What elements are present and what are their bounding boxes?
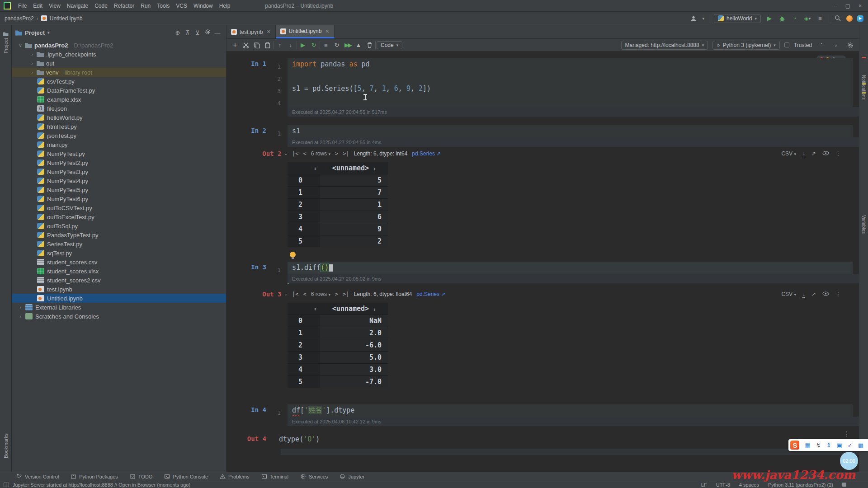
user-dropdown-icon[interactable]: ▾ (702, 16, 704, 21)
tree-item-test-ipynb[interactable]: test.ipynb (12, 285, 226, 294)
coverage-button[interactable]: ◈▾ (803, 14, 811, 23)
tree-item-htmltest-py[interactable]: htmlTest.py (12, 122, 226, 131)
kebab-menu-icon[interactable]: ⋮ (835, 150, 841, 157)
tree-item-seriestest-py[interactable]: SeriesTest.py (12, 239, 226, 249)
tab-test-ipynb[interactable]: test.ipynb✕ (226, 25, 276, 38)
collapse-output-icon[interactable]: ⌄ (284, 151, 288, 156)
menu-vcs[interactable]: VCS (173, 1, 190, 10)
last-page-icon[interactable]: >| (343, 150, 349, 157)
tree-item-venv[interactable]: ›venvlibrary root (12, 68, 226, 77)
tree-item-numpytest2-py[interactable]: NumPyTest2.py (12, 158, 226, 167)
prev-page-icon[interactable]: < (303, 150, 306, 157)
open-in-new-icon[interactable]: ↗ (811, 150, 816, 157)
project-panel-title[interactable]: Project ▾ (15, 29, 50, 36)
tree-item-student-scores2-csv[interactable]: student_scores2.csv (12, 276, 226, 285)
tree-item-numpytest4-py[interactable]: NumPyTest4.py (12, 176, 226, 185)
notebook-settings-icon[interactable] (845, 41, 855, 49)
kebab-menu-icon[interactable]: ⋮ (835, 291, 841, 297)
open-in-new-icon[interactable]: ↗ (811, 291, 816, 297)
tree-chevron-icon[interactable]: › (30, 70, 34, 75)
view-options-icon[interactable] (822, 291, 829, 297)
menu-run[interactable]: Run (137, 1, 154, 10)
menu-view[interactable]: View (46, 1, 64, 10)
cell-type-dropdown[interactable]: Code ▾ (377, 41, 402, 49)
capture-tool-icon[interactable]: ✓ (848, 442, 853, 449)
panel-settings-icon[interactable] (203, 29, 212, 36)
run-and-restart-icon[interactable]: ↻ (309, 41, 319, 49)
profile-button[interactable]: ◔ (791, 14, 799, 23)
menu-navigate[interactable]: Navigate (64, 1, 91, 10)
capture-tool-icon[interactable]: ▦ (805, 442, 810, 449)
pd-series-link[interactable]: pd.Series ↗ (412, 150, 441, 157)
project-tool-tab[interactable]: Project (0, 32, 11, 53)
view-options-icon[interactable] (822, 150, 829, 157)
menu-code[interactable]: Code (91, 1, 111, 10)
next-page-icon[interactable]: > (335, 150, 338, 157)
tree-item-main-py[interactable]: main.py (12, 140, 226, 149)
table-header[interactable]: ↕ <unnamed> ↕ (288, 303, 388, 314)
run-cell-icon[interactable]: ▶ (298, 41, 308, 49)
status-message[interactable]: Jupyter Server started at http://localho… (13, 482, 190, 488)
next-cell-placeholder[interactable] (281, 449, 859, 455)
move-cell-up-icon[interactable]: ↑ (275, 41, 285, 49)
variables-tool-tab[interactable]: Variables (859, 215, 868, 234)
collapse-output-icon[interactable]: ⌄ (284, 292, 288, 296)
tree-item-scratches-and-consoles[interactable]: ›Scratches and Consoles (12, 312, 226, 321)
tool-window-services[interactable]: Services (300, 474, 328, 479)
code-editor[interactable]: s1.diff() (288, 262, 853, 274)
encoding-indicator[interactable]: UTF-8 (716, 482, 730, 488)
run-all-cells-icon[interactable]: ▶▶ (343, 41, 353, 49)
kernel-selector[interactable]: ○ Python 3 (ipykernel) ▾ (712, 41, 780, 50)
tree-chevron-icon[interactable]: › (18, 314, 23, 319)
tool-window-problems[interactable]: Problems (220, 474, 249, 479)
tree-item-outtosql-py[interactable]: outToSql.py (12, 221, 226, 230)
menu-tools[interactable]: Tools (154, 1, 173, 10)
rows-per-page[interactable]: 6 rows ▾ (311, 291, 330, 297)
sort-icon[interactable]: ↕ (288, 166, 320, 171)
tree-item-numpytest-py[interactable]: NumPyTest.py (12, 149, 226, 158)
add-cell-icon[interactable]: + (230, 41, 240, 49)
snipaste-logo-icon[interactable]: S (790, 441, 799, 450)
menu-file[interactable]: File (15, 1, 30, 10)
tree-item-untitled-ipynb[interactable]: Untitled.ipynb (12, 294, 226, 303)
maximize-button[interactable]: ▢ (845, 3, 850, 9)
download-icon[interactable]: ↓ (802, 150, 805, 157)
close-button[interactable]: × (859, 3, 862, 9)
tree-chevron-icon[interactable]: › (30, 52, 34, 57)
export-csv-dropdown[interactable]: CSV ▾ (781, 291, 796, 297)
intention-bulb-icon[interactable] (290, 252, 296, 258)
tree-item-sqtest-py[interactable]: sqTest.py (12, 249, 226, 258)
move-cell-down-icon[interactable]: ↓ (286, 41, 296, 49)
capture-tool-icon[interactable]: ▣ (837, 442, 842, 449)
out3-table[interactable]: ↕ <unnamed> ↕ 0NaN12.02-6.035.043.05-7.0 (288, 303, 388, 388)
delete-cell-icon[interactable] (364, 41, 374, 49)
paste-cell-icon[interactable] (263, 41, 273, 49)
tree-item-numpytest3-py[interactable]: NumPyTest3.py (12, 167, 226, 176)
table-header[interactable]: ↕ <unnamed> ↕ (288, 162, 388, 174)
trusted-checkbox[interactable] (784, 42, 789, 47)
breadcrumb-project[interactable]: pandasPro2 (5, 15, 34, 22)
tree-chevron-icon[interactable]: › (30, 61, 34, 66)
tree-item-outtoexceltest-py[interactable]: outToExcelTest.py (12, 212, 226, 221)
tree-item-outtocsvtest-py[interactable]: outToCSVTest.py (12, 203, 226, 212)
pd-series-link[interactable]: pd.Series ↗ (416, 291, 445, 297)
tree-item-student-scores-xlsx[interactable]: student_scores.xlsx (12, 267, 226, 276)
line-separator-indicator[interactable]: LF (701, 482, 707, 488)
tool-window-todo[interactable]: TODO (130, 474, 153, 479)
search-everywhere-icon[interactable] (834, 14, 842, 23)
next-cell-icon[interactable]: ⌄ (831, 41, 841, 49)
bookmarks-tool-tab[interactable]: Bookmarks (0, 433, 11, 458)
first-page-icon[interactable]: |< (292, 291, 298, 297)
capture-tool-icon[interactable]: ▩ (858, 442, 863, 449)
debug-button[interactable] (778, 14, 786, 23)
clear-outputs-icon[interactable]: ▲ (354, 41, 363, 49)
stop-button[interactable]: ■ (816, 14, 824, 23)
code-editor[interactable]: import pandas as pd s1 = pd.Series([5, 7… (288, 58, 853, 107)
tree-item-csvtest-py[interactable]: csvTest.py (12, 77, 226, 86)
tree-item-numpytest6-py[interactable]: NumPyTest6.py (12, 194, 226, 203)
plugin-icon[interactable]: ▶ (857, 15, 863, 22)
capture-tool-icon[interactable]: ↯ (816, 442, 821, 449)
tree-item-pandaspro2[interactable]: ∨pandasPro2D:\pandasPro2 (12, 41, 226, 50)
tree-item-numpytest5-py[interactable]: NumPyTest5.py (12, 185, 226, 194)
interrupt-kernel-icon[interactable]: ■ (321, 41, 331, 49)
